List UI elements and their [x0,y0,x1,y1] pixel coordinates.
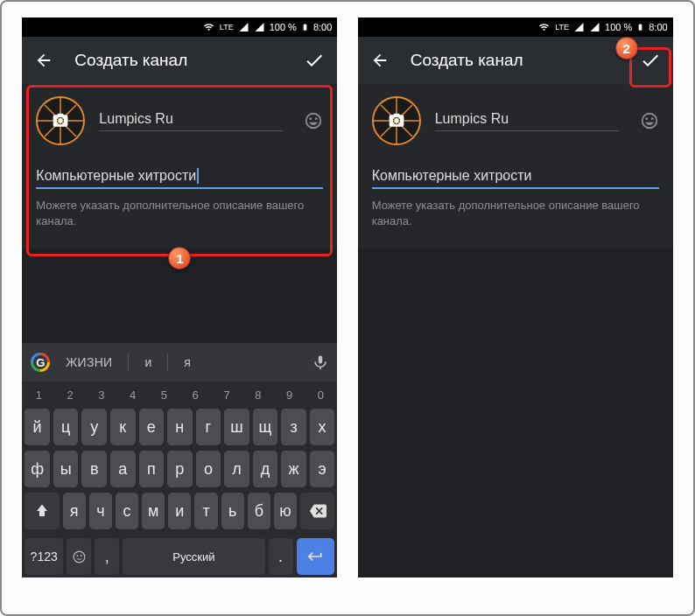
key-х[interactable]: х [310,409,335,445]
time-text: 8:00 [313,22,332,32]
key-5[interactable]: 5 [151,386,179,403]
key-п[interactable]: п [139,451,165,487]
key-8[interactable]: 8 [244,386,272,403]
comma-key[interactable]: , [95,538,119,575]
step-badge-1: 1 [168,247,191,270]
app-bar: Создать канал [22,37,337,84]
key-1[interactable]: 1 [25,386,53,403]
emoji-icon[interactable] [640,111,659,130]
symbols-key[interactable]: ?123 [25,538,63,575]
key-б[interactable]: б [248,493,270,529]
status-bar: LTE 100 % 8:00 [22,18,337,37]
mobile-signal-icon [573,22,585,32]
period-key[interactable]: . [269,538,293,575]
emoji-key[interactable] [67,538,91,575]
back-icon[interactable] [34,51,53,70]
back-icon[interactable] [370,51,390,70]
shift-key[interactable] [25,493,59,529]
channel-avatar[interactable] [36,96,85,145]
page-title: Создать канал [411,51,619,70]
key-е[interactable]: е [139,409,165,445]
key-м[interactable]: м [142,493,165,529]
phone-right: LTE 100 % 8:00 Создать канал Lumpics Ru [358,18,673,578]
key-0[interactable]: 0 [307,386,335,403]
key-ш[interactable]: ш [224,409,249,445]
key-2[interactable]: 2 [56,386,84,403]
key-й[interactable]: й [25,409,50,445]
key-л[interactable]: л [224,451,249,487]
key-ч[interactable]: ч [89,493,112,529]
signal-icon [254,22,265,32]
enter-key[interactable] [297,538,335,575]
emoji-icon[interactable] [304,111,323,130]
time-text: 8:00 [649,22,667,32]
key-4[interactable]: 4 [119,386,147,403]
text-cursor [197,168,199,184]
key-ц[interactable]: ц [53,409,79,445]
confirm-icon[interactable] [304,50,325,71]
key-о[interactable]: о [196,451,221,487]
key-з[interactable]: з [281,409,306,445]
channel-desc-input[interactable]: Компьютерные хитрости [372,168,659,189]
create-channel-form: Lumpics Ru Компьютерные хитрости Можете … [358,84,673,248]
suggestion-2[interactable]: и [144,355,151,369]
channel-desc-input[interactable]: Компьютерные хитрости [36,168,323,189]
key-ю[interactable]: ю [274,493,297,529]
key-ф[interactable]: ф [25,451,50,487]
status-bar: LTE 100 % 8:00 [358,18,673,37]
svg-point-2 [76,555,78,556]
svg-point-1 [74,551,85,563]
suggestion-bar: G жизни и я [22,343,337,382]
key-9[interactable]: 9 [276,386,304,403]
lte-label: LTE [555,24,569,32]
page-title: Создать канал [74,51,283,70]
camera-icon [52,112,69,130]
wifi-icon [537,22,551,32]
key-3[interactable]: 3 [88,386,116,403]
key-и[interactable]: и [168,493,191,529]
lte-label: LTE [220,24,234,32]
key-г[interactable]: г [196,409,221,445]
svg-point-3 [80,555,81,556]
key-щ[interactable]: щ [253,409,278,445]
key-н[interactable]: н [167,409,193,445]
google-icon[interactable]: G [31,353,50,372]
battery-icon [301,21,309,33]
mobile-signal-icon [238,22,249,32]
space-key[interactable]: Русский [123,538,264,575]
step-badge-2: 2 [615,37,638,60]
camera-icon [388,112,405,130]
channel-name-input[interactable]: Lumpics Ru [435,111,619,131]
backspace-key[interactable] [300,493,334,529]
key-к[interactable]: к [110,409,136,445]
key-7[interactable]: 7 [213,386,241,403]
channel-avatar[interactable] [372,96,421,145]
key-р[interactable]: р [167,451,193,487]
key-д[interactable]: д [253,451,278,487]
confirm-icon[interactable] [640,50,661,71]
battery-icon [636,21,644,33]
key-с[interactable]: с [116,493,138,529]
key-э[interactable]: э [310,451,335,487]
key-ь[interactable]: ь [221,493,244,529]
key-т[interactable]: т [194,493,217,529]
suggestion-3[interactable]: я [184,355,191,369]
key-ы[interactable]: ы [53,451,79,487]
key-ж[interactable]: ж [281,451,306,487]
create-channel-form: Lumpics Ru Компьютерные хитрости Можете … [22,84,337,248]
phone-left: LTE 100 % 8:00 Создать канал Lumpics Ru [22,18,337,578]
desc-helper-text: Можете указать дополнительное описание в… [36,198,323,229]
channel-name-input[interactable]: Lumpics Ru [99,111,283,131]
key-я[interactable]: я [63,493,86,529]
battery-text: 100 % [605,22,632,32]
mic-icon[interactable] [312,354,328,370]
wifi-icon [202,22,215,32]
key-а[interactable]: а [110,451,136,487]
key-6[interactable]: 6 [181,386,209,403]
soft-keyboard: G жизни и я 1234567890 йцукенгшщзх фывап… [22,343,337,578]
key-в[interactable]: в [81,451,107,487]
signal-icon [589,22,600,32]
key-у[interactable]: у [81,409,107,445]
desc-helper-text: Можете указать дополнительное описание в… [372,198,659,229]
suggestion-1[interactable]: жизни [66,355,112,369]
